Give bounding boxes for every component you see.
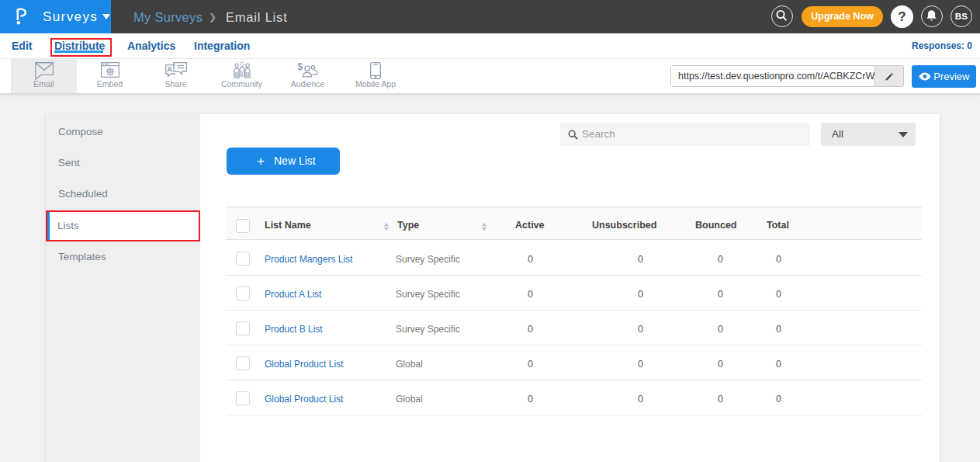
svg-text:$: $	[297, 62, 303, 72]
